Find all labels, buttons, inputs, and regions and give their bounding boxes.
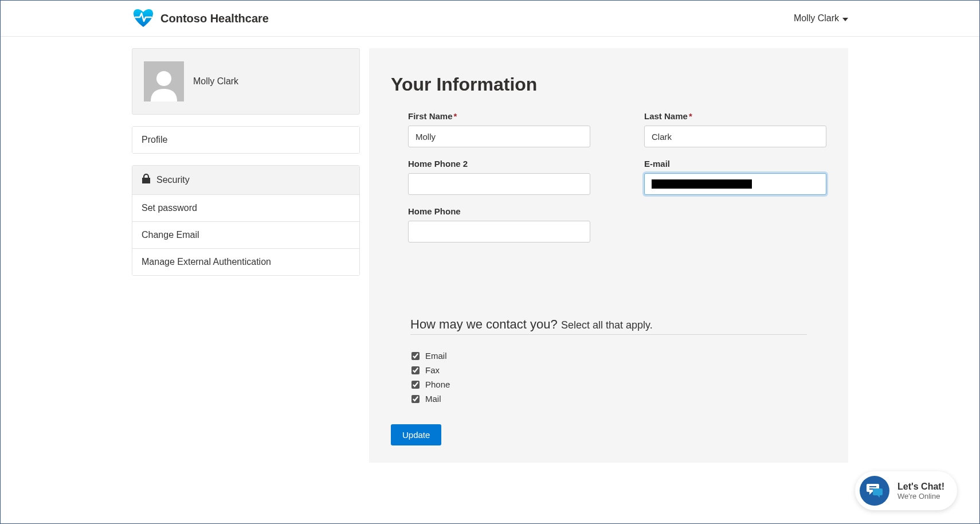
user-menu-name: Molly Clark bbox=[794, 13, 839, 24]
label-email: E-mail bbox=[644, 159, 826, 169]
checkbox-mail-input[interactable] bbox=[411, 395, 420, 403]
lock-icon bbox=[142, 174, 151, 186]
update-button[interactable]: Update bbox=[391, 424, 441, 445]
home-phone-2-field[interactable] bbox=[408, 173, 590, 195]
sidebar-header-security: Security bbox=[132, 166, 359, 195]
checkbox-email-input[interactable] bbox=[411, 352, 420, 360]
profile-name: Molly Clark bbox=[193, 76, 238, 87]
chat-widget[interactable]: Let's Chat! We're Online bbox=[855, 471, 957, 510]
page-title: Your Information bbox=[391, 74, 826, 95]
home-phone-field[interactable] bbox=[408, 221, 590, 243]
caret-down-icon bbox=[842, 18, 848, 21]
last-name-field[interactable] bbox=[644, 126, 826, 147]
checkbox-fax[interactable]: Fax bbox=[411, 365, 807, 375]
sidebar-item-change-email[interactable]: Change Email bbox=[132, 222, 359, 249]
sidebar-nav-profile: Profile bbox=[132, 126, 360, 154]
main-panel: Your Information First Name* Home Phone … bbox=[369, 48, 848, 463]
contact-heading: How may we contact you? Select all that … bbox=[410, 317, 807, 335]
checkbox-email[interactable]: Email bbox=[411, 351, 807, 361]
label-first-name: First Name* bbox=[408, 111, 590, 121]
checkbox-fax-input[interactable] bbox=[411, 366, 420, 374]
chat-subtitle: We're Online bbox=[897, 492, 944, 500]
chat-icon bbox=[860, 476, 889, 506]
avatar bbox=[144, 61, 184, 101]
svg-point-0 bbox=[156, 71, 171, 86]
brand[interactable]: Contoso Healthcare bbox=[132, 6, 269, 30]
svg-rect-1 bbox=[142, 178, 150, 183]
sidebar-item-manage-external-auth[interactable]: Manage External Authentication bbox=[132, 249, 359, 275]
sidebar: Molly Clark Profile bbox=[132, 48, 360, 463]
sidebar-nav-security: Security Set password Change Email Manag… bbox=[132, 165, 360, 276]
label-last-name: Last Name* bbox=[644, 111, 826, 121]
checkbox-mail[interactable]: Mail bbox=[411, 394, 807, 404]
first-name-field[interactable] bbox=[408, 126, 590, 147]
redacted-email-value bbox=[652, 179, 752, 189]
label-home-phone: Home Phone bbox=[408, 206, 590, 216]
profile-card: Molly Clark bbox=[132, 48, 360, 115]
checkbox-phone[interactable]: Phone bbox=[411, 380, 807, 389]
email-field[interactable] bbox=[644, 173, 826, 195]
label-home-phone-2: Home Phone 2 bbox=[408, 159, 590, 169]
sidebar-item-set-password[interactable]: Set password bbox=[132, 195, 359, 222]
heart-logo-icon bbox=[132, 6, 155, 30]
sidebar-item-profile[interactable]: Profile bbox=[132, 127, 359, 153]
checkbox-phone-input[interactable] bbox=[411, 381, 420, 389]
brand-name: Contoso Healthcare bbox=[160, 12, 269, 25]
chat-title: Let's Chat! bbox=[897, 482, 944, 492]
user-menu[interactable]: Molly Clark bbox=[794, 13, 848, 24]
